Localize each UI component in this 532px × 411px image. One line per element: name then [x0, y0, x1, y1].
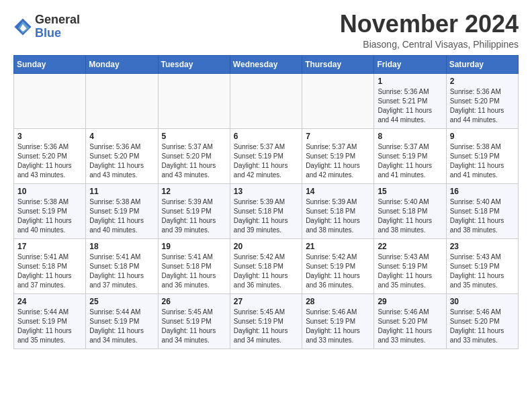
day-number: 9	[450, 132, 515, 141]
day-info: Sunrise: 5:44 AM Sunset: 5:19 PM Dayligh…	[89, 308, 154, 345]
weekday-header: Monday	[86, 55, 158, 73]
day-number: 19	[162, 242, 226, 251]
calendar-cell: 24Sunrise: 5:44 AM Sunset: 5:19 PM Dayli…	[14, 293, 86, 349]
day-number: 1	[378, 77, 442, 86]
calendar-cell: 7Sunrise: 5:37 AM Sunset: 5:19 PM Daylig…	[302, 128, 374, 183]
logo-icon	[13, 17, 32, 36]
day-info: Sunrise: 5:39 AM Sunset: 5:19 PM Dayligh…	[162, 197, 226, 235]
day-info: Sunrise: 5:36 AM Sunset: 5:21 PM Dayligh…	[378, 87, 442, 125]
calendar-cell	[230, 73, 302, 128]
day-number: 3	[17, 132, 82, 141]
day-number: 23	[450, 242, 515, 251]
weekday-header: Tuesday	[158, 55, 230, 73]
calendar-cell: 4Sunrise: 5:36 AM Sunset: 5:20 PM Daylig…	[86, 128, 158, 183]
day-number: 26	[162, 297, 226, 306]
day-number: 16	[450, 187, 515, 196]
day-number: 21	[306, 242, 370, 251]
day-info: Sunrise: 5:40 AM Sunset: 5:18 PM Dayligh…	[450, 197, 515, 235]
calendar-cell	[86, 73, 158, 128]
calendar-cell: 30Sunrise: 5:46 AM Sunset: 5:20 PM Dayli…	[446, 293, 518, 349]
calendar-cell: 12Sunrise: 5:39 AM Sunset: 5:19 PM Dayli…	[158, 183, 230, 238]
day-number: 27	[234, 297, 298, 306]
day-info: Sunrise: 5:36 AM Sunset: 5:20 PM Dayligh…	[450, 87, 515, 125]
day-number: 15	[378, 187, 442, 196]
day-number: 17	[17, 242, 82, 251]
day-number: 4	[89, 132, 154, 141]
day-info: Sunrise: 5:45 AM Sunset: 5:19 PM Dayligh…	[162, 308, 226, 345]
calendar-week-row: 17Sunrise: 5:41 AM Sunset: 5:18 PM Dayli…	[14, 238, 519, 293]
calendar-week-row: 1Sunrise: 5:36 AM Sunset: 5:21 PM Daylig…	[14, 73, 519, 128]
calendar-cell: 19Sunrise: 5:41 AM Sunset: 5:18 PM Dayli…	[158, 238, 230, 293]
day-number: 5	[162, 132, 226, 141]
day-number: 24	[17, 297, 82, 306]
day-number: 18	[89, 242, 154, 251]
day-info: Sunrise: 5:41 AM Sunset: 5:18 PM Dayligh…	[162, 253, 226, 290]
day-info: Sunrise: 5:39 AM Sunset: 5:18 PM Dayligh…	[234, 197, 298, 235]
day-number: 25	[89, 297, 154, 306]
location-subtitle: Biasong, Central Visayas, Philippines	[340, 39, 519, 50]
calendar-cell: 14Sunrise: 5:39 AM Sunset: 5:18 PM Dayli…	[302, 183, 374, 238]
calendar-cell: 8Sunrise: 5:37 AM Sunset: 5:19 PM Daylig…	[374, 128, 446, 183]
calendar-cell: 29Sunrise: 5:46 AM Sunset: 5:20 PM Dayli…	[374, 293, 446, 349]
day-info: Sunrise: 5:36 AM Sunset: 5:20 PM Dayligh…	[89, 142, 154, 180]
calendar-cell: 1Sunrise: 5:36 AM Sunset: 5:21 PM Daylig…	[374, 73, 446, 128]
day-info: Sunrise: 5:43 AM Sunset: 5:19 PM Dayligh…	[450, 253, 515, 290]
calendar-cell: 28Sunrise: 5:46 AM Sunset: 5:19 PM Dayli…	[302, 293, 374, 349]
header: General Blue November 2024 Biasong, Cent…	[13, 11, 519, 50]
title-area: November 2024 Biasong, Central Visayas, …	[340, 11, 519, 50]
day-info: Sunrise: 5:38 AM Sunset: 5:19 PM Dayligh…	[89, 197, 154, 235]
calendar-cell: 15Sunrise: 5:40 AM Sunset: 5:18 PM Dayli…	[374, 183, 446, 238]
weekday-header-row: SundayMondayTuesdayWednesdayThursdayFrid…	[14, 55, 519, 73]
calendar-cell: 25Sunrise: 5:44 AM Sunset: 5:19 PM Dayli…	[86, 293, 158, 349]
calendar-cell	[14, 73, 86, 128]
calendar-cell: 5Sunrise: 5:37 AM Sunset: 5:20 PM Daylig…	[158, 128, 230, 183]
day-info: Sunrise: 5:36 AM Sunset: 5:20 PM Dayligh…	[17, 142, 82, 180]
calendar-week-row: 24Sunrise: 5:44 AM Sunset: 5:19 PM Dayli…	[14, 293, 519, 349]
logo-text: General Blue	[35, 13, 80, 40]
calendar-cell: 11Sunrise: 5:38 AM Sunset: 5:19 PM Dayli…	[86, 183, 158, 238]
calendar-cell: 9Sunrise: 5:38 AM Sunset: 5:19 PM Daylig…	[446, 128, 518, 183]
calendar-cell: 2Sunrise: 5:36 AM Sunset: 5:20 PM Daylig…	[446, 73, 518, 128]
day-info: Sunrise: 5:37 AM Sunset: 5:19 PM Dayligh…	[378, 142, 442, 180]
day-number: 29	[378, 297, 442, 306]
logo: General Blue	[13, 13, 80, 40]
calendar-cell: 3Sunrise: 5:36 AM Sunset: 5:20 PM Daylig…	[14, 128, 86, 183]
calendar-cell: 17Sunrise: 5:41 AM Sunset: 5:18 PM Dayli…	[14, 238, 86, 293]
day-number: 11	[89, 187, 154, 196]
day-info: Sunrise: 5:38 AM Sunset: 5:19 PM Dayligh…	[17, 197, 82, 235]
calendar-cell: 22Sunrise: 5:43 AM Sunset: 5:19 PM Dayli…	[374, 238, 446, 293]
weekday-header: Friday	[374, 55, 446, 73]
day-info: Sunrise: 5:39 AM Sunset: 5:18 PM Dayligh…	[306, 197, 370, 235]
calendar-cell	[302, 73, 374, 128]
day-info: Sunrise: 5:46 AM Sunset: 5:19 PM Dayligh…	[306, 308, 370, 345]
day-info: Sunrise: 5:37 AM Sunset: 5:20 PM Dayligh…	[162, 142, 226, 180]
day-info: Sunrise: 5:37 AM Sunset: 5:19 PM Dayligh…	[234, 142, 298, 180]
day-info: Sunrise: 5:46 AM Sunset: 5:20 PM Dayligh…	[378, 308, 442, 345]
day-number: 14	[306, 187, 370, 196]
day-info: Sunrise: 5:42 AM Sunset: 5:18 PM Dayligh…	[234, 253, 298, 290]
calendar-cell	[158, 73, 230, 128]
day-number: 7	[306, 132, 370, 141]
calendar-cell: 26Sunrise: 5:45 AM Sunset: 5:19 PM Dayli…	[158, 293, 230, 349]
calendar-cell: 21Sunrise: 5:42 AM Sunset: 5:19 PM Dayli…	[302, 238, 374, 293]
day-number: 10	[17, 187, 82, 196]
day-info: Sunrise: 5:38 AM Sunset: 5:19 PM Dayligh…	[450, 142, 515, 180]
day-info: Sunrise: 5:43 AM Sunset: 5:19 PM Dayligh…	[378, 253, 442, 290]
calendar-cell: 18Sunrise: 5:41 AM Sunset: 5:18 PM Dayli…	[86, 238, 158, 293]
weekday-header: Sunday	[14, 55, 86, 73]
weekday-header: Saturday	[446, 55, 518, 73]
day-number: 2	[450, 77, 515, 86]
calendar-week-row: 3Sunrise: 5:36 AM Sunset: 5:20 PM Daylig…	[14, 128, 519, 183]
day-info: Sunrise: 5:42 AM Sunset: 5:19 PM Dayligh…	[306, 253, 370, 290]
day-number: 6	[234, 132, 298, 141]
calendar-cell: 20Sunrise: 5:42 AM Sunset: 5:18 PM Dayli…	[230, 238, 302, 293]
day-info: Sunrise: 5:41 AM Sunset: 5:18 PM Dayligh…	[17, 253, 82, 290]
weekday-header: Wednesday	[230, 55, 302, 73]
calendar-cell: 16Sunrise: 5:40 AM Sunset: 5:18 PM Dayli…	[446, 183, 518, 238]
day-number: 20	[234, 242, 298, 251]
weekday-header: Thursday	[302, 55, 374, 73]
calendar-week-row: 10Sunrise: 5:38 AM Sunset: 5:19 PM Dayli…	[14, 183, 519, 238]
calendar-table: SundayMondayTuesdayWednesdayThursdayFrid…	[13, 55, 519, 349]
month-title: November 2024	[340, 11, 519, 38]
day-info: Sunrise: 5:37 AM Sunset: 5:19 PM Dayligh…	[306, 142, 370, 180]
